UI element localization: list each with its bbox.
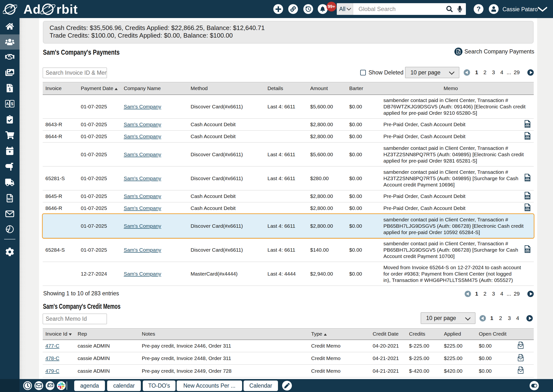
svg-text:$: $ xyxy=(458,51,459,53)
svg-text:PDF: PDF xyxy=(526,195,529,197)
svg-text:$: $ xyxy=(11,102,13,106)
svg-text:W2: W2 xyxy=(8,197,12,201)
svg-text:A: A xyxy=(6,102,9,106)
svg-text:PDF: PDF xyxy=(526,249,529,251)
svg-text:PDF: PDF xyxy=(526,207,529,209)
svg-text:PDF: PDF xyxy=(526,123,529,125)
svg-text:PDF: PDF xyxy=(526,135,529,137)
svg-text:PDF: PDF xyxy=(526,177,529,179)
